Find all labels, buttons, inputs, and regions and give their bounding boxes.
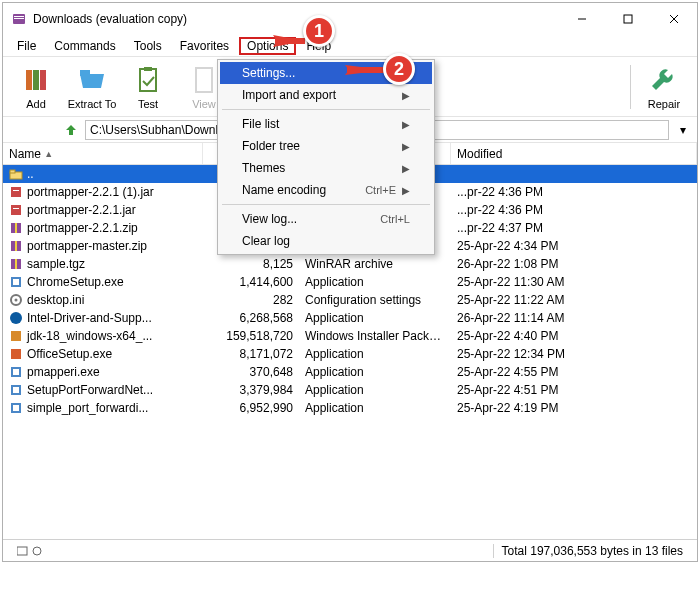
file-name: pmapperi.exe — [27, 365, 100, 379]
menu-item-label: File list — [242, 117, 279, 131]
table-row[interactable]: jdk-18_windows-x64_...159,518,720Windows… — [3, 327, 697, 345]
folder-open-icon — [76, 64, 108, 96]
submenu-arrow-icon: ▶ — [402, 163, 410, 174]
svg-rect-9 — [40, 70, 46, 90]
menu-item[interactable]: View log...Ctrl+L — [220, 208, 432, 230]
books-icon — [20, 64, 52, 96]
svg-rect-32 — [11, 349, 21, 359]
menu-shortcut: Ctrl+E — [365, 184, 396, 196]
annotation-arrow-2 — [335, 63, 385, 77]
file-size: 159,518,720 — [203, 329, 299, 343]
table-row[interactable]: Intel-Driver-and-Supp...6,268,568Applica… — [3, 309, 697, 327]
menu-item[interactable]: Name encodingCtrl+E▶ — [220, 179, 432, 201]
annotation-badge-1: 1 — [303, 15, 335, 47]
file-modified: 25-Apr-22 12:34 PM — [451, 347, 697, 361]
svg-rect-13 — [196, 68, 212, 92]
svg-rect-21 — [15, 223, 17, 233]
menu-tools[interactable]: Tools — [126, 37, 170, 55]
file-modified: 25-Apr-22 11:30 AM — [451, 275, 697, 289]
svg-rect-18 — [11, 205, 21, 215]
file-icon — [9, 347, 23, 361]
file-name: simple_port_forwardi... — [27, 401, 148, 415]
table-row[interactable]: pmapperi.exe370,648Application25-Apr-22 … — [3, 363, 697, 381]
toolbar-repair[interactable]: Repair — [637, 62, 691, 112]
svg-rect-34 — [13, 369, 19, 375]
file-icon — [9, 239, 23, 253]
submenu-arrow-icon: ▶ — [402, 141, 410, 152]
toolbar-add[interactable]: Add — [9, 62, 63, 112]
table-row[interactable]: OfficeSetup.exe8,171,072Application25-Ap… — [3, 345, 697, 363]
col-modified[interactable]: Modified — [451, 143, 697, 164]
close-button[interactable] — [651, 3, 697, 35]
file-modified: 25-Apr-22 11:22 AM — [451, 293, 697, 307]
path-dropdown[interactable]: ▾ — [673, 120, 693, 140]
annotation-badge-2: 2 — [383, 53, 415, 85]
svg-rect-10 — [80, 70, 90, 76]
file-name: SetupPortForwardNet... — [27, 383, 153, 397]
file-size: 282 — [203, 293, 299, 307]
document-icon — [188, 64, 220, 96]
file-name: portmapper-2.2.1.zip — [27, 221, 138, 235]
svg-rect-15 — [10, 170, 15, 173]
toolbar-extract-label: Extract To — [68, 98, 117, 110]
svg-rect-31 — [11, 331, 21, 341]
menu-shortcut: Ctrl+L — [380, 213, 410, 225]
menu-item[interactable]: Folder tree▶ — [220, 135, 432, 157]
menu-item[interactable]: Import and export▶ — [220, 84, 432, 106]
menu-favorites[interactable]: Favorites — [172, 37, 237, 55]
minimize-button[interactable] — [559, 3, 605, 35]
file-modified: ...pr-22 4:36 PM — [451, 203, 697, 217]
svg-rect-1 — [14, 16, 24, 17]
toolbar-add-label: Add — [26, 98, 46, 110]
menu-item[interactable]: Clear log — [220, 230, 432, 252]
file-icon — [9, 383, 23, 397]
col-name[interactable]: Name ▲ — [3, 143, 203, 164]
toolbar-test[interactable]: Test — [121, 62, 175, 112]
menu-item[interactable]: Themes▶ — [220, 157, 432, 179]
menu-item-label: Name encoding — [242, 183, 326, 197]
menu-separator — [222, 204, 430, 205]
table-row[interactable]: desktop.ini282Configuration settings25-A… — [3, 291, 697, 309]
file-size: 1,414,600 — [203, 275, 299, 289]
nav-up[interactable] — [61, 120, 81, 140]
file-type: Application — [299, 401, 451, 415]
file-modified: 26-Apr-22 11:14 AM — [451, 311, 697, 325]
svg-rect-2 — [14, 18, 24, 19]
maximize-button[interactable] — [605, 3, 651, 35]
svg-point-29 — [15, 299, 18, 302]
toolbar-separator — [630, 65, 631, 109]
table-row[interactable]: sample.tgz8,125WinRAR archive26-Apr-22 1… — [3, 255, 697, 273]
file-icon — [9, 167, 23, 181]
status-icons — [9, 545, 53, 557]
svg-rect-11 — [140, 69, 156, 91]
svg-rect-7 — [26, 70, 32, 90]
file-type: Application — [299, 365, 451, 379]
file-name: jdk-18_windows-x64_... — [27, 329, 152, 343]
file-type: Configuration settings — [299, 293, 451, 307]
clipboard-icon — [132, 64, 164, 96]
file-type: WinRAR archive — [299, 257, 451, 271]
file-icon — [9, 401, 23, 415]
toolbar-extract[interactable]: Extract To — [65, 62, 119, 112]
menu-item[interactable]: File list▶ — [220, 113, 432, 135]
file-modified: 26-Apr-22 1:08 PM — [451, 257, 697, 271]
menu-file[interactable]: File — [9, 37, 44, 55]
file-icon — [9, 257, 23, 271]
svg-point-40 — [33, 547, 41, 555]
file-icon — [9, 221, 23, 235]
svg-rect-23 — [15, 241, 17, 251]
table-row[interactable]: simple_port_forwardi...6,952,990Applicat… — [3, 399, 697, 417]
table-row[interactable]: SetupPortForwardNet...3,379,984Applicati… — [3, 381, 697, 399]
file-type: Windows Installer Packa... — [299, 329, 451, 343]
submenu-arrow-icon: ▶ — [402, 119, 410, 130]
menu-item-label: View log... — [242, 212, 297, 226]
menu-commands[interactable]: Commands — [46, 37, 123, 55]
file-name: OfficeSetup.exe — [27, 347, 112, 361]
svg-rect-38 — [13, 405, 19, 411]
file-type: Application — [299, 311, 451, 325]
menu-item-label: Themes — [242, 161, 285, 175]
table-row[interactable]: ChromeSetup.exe1,414,600Application25-Ap… — [3, 273, 697, 291]
file-icon — [9, 185, 23, 199]
file-modified: 25-Apr-22 4:34 PM — [451, 239, 697, 253]
file-name: sample.tgz — [27, 257, 85, 271]
